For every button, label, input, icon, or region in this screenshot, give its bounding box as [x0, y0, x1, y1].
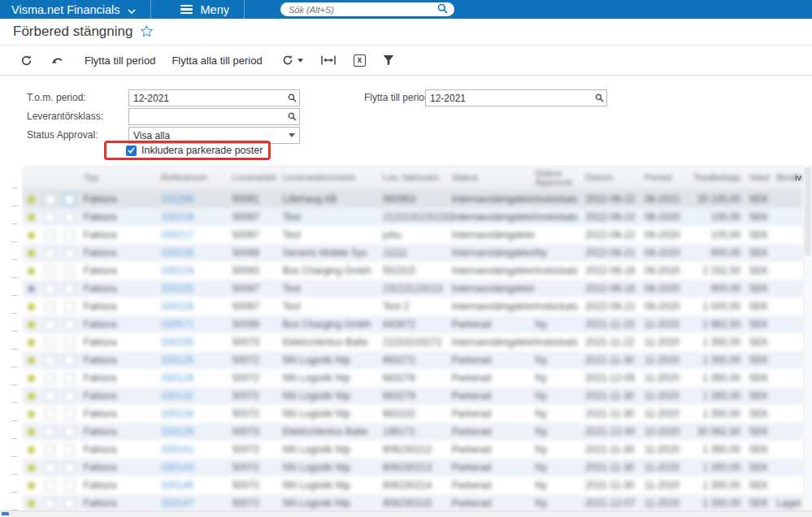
focused-checkbox-cell[interactable]	[63, 193, 76, 206]
reference-link[interactable]: 330235	[161, 337, 193, 348]
fit-width-icon[interactable]	[321, 55, 336, 65]
search-icon[interactable]	[437, 2, 448, 17]
row-checkbox[interactable]	[45, 427, 55, 437]
column-header-appr[interactable]: Status Approval	[535, 169, 585, 187]
filter-icon[interactable]	[383, 54, 394, 66]
row-checkbox[interactable]	[64, 212, 75, 223]
table-row[interactable]: Faktura33013950073ElektroVentus Balte196…	[22, 423, 804, 441]
row-checkbox[interactable]	[45, 480, 55, 491]
column-header-name[interactable]: Leverantörsnamn	[283, 173, 383, 182]
reference-link[interactable]: 331298	[161, 193, 193, 205]
reference-link[interactable]: 330217	[161, 229, 193, 241]
app-switcher[interactable]: Visma.net Financials	[11, 3, 136, 16]
reference-link[interactable]: 330126	[161, 354, 193, 366]
row-checkbox[interactable]	[45, 337, 55, 348]
row-checkbox[interactable]	[64, 230, 75, 241]
horizontal-scrollbar[interactable]	[0, 510, 812, 517]
column-header-fakt[interactable]: Lev. fakturanr	[383, 173, 452, 182]
lookup-icon[interactable]	[592, 93, 606, 102]
reference-link[interactable]: 330134	[161, 408, 193, 419]
search-input[interactable]	[287, 4, 437, 15]
row-checkbox[interactable]	[64, 445, 75, 455]
table-row[interactable]: Faktura33014750072NN Logistik Ntp8062302…	[22, 494, 804, 510]
table-row[interactable]: Faktura33021650067Test2122131231232Inter…	[22, 208, 804, 226]
reference-link[interactable]: 330224	[161, 265, 193, 276]
reference-link[interactable]: 330141	[161, 444, 193, 455]
table-row[interactable]: Faktura33129850061Lillehaug AB560953Inte…	[22, 190, 804, 208]
table-row[interactable]: Faktura33022950067TestTest 2Internavstäm…	[22, 298, 804, 315]
scrollbar-thumb[interactable]	[805, 167, 811, 256]
table-row[interactable]: Faktura33021750067TestjuhuInternavstämgd…	[22, 226, 804, 244]
column-header-belopp[interactable]: Totalbelopp	[691, 173, 741, 182]
undo-icon[interactable]	[51, 55, 65, 66]
favorite-star-icon[interactable]	[140, 24, 154, 41]
reference-link[interactable]: 330147	[161, 497, 193, 509]
column-header-valuta[interactable]: Valuta	[740, 173, 770, 182]
refresh-icon[interactable]	[20, 54, 33, 67]
column-header-typ[interactable]: Typ	[80, 173, 162, 182]
move-to-period-button[interactable]: Flytta till period	[85, 54, 155, 67]
horizontal-scrollbar-thumb[interactable]	[2, 512, 9, 515]
row-checkbox[interactable]	[64, 498, 75, 509]
lookup-icon[interactable]	[284, 93, 299, 102]
table-row[interactable]: Faktura33014550072NN Logistik Ntp8062302…	[22, 476, 804, 494]
row-checkbox[interactable]	[45, 445, 55, 455]
menu-button[interactable]: Meny	[180, 3, 229, 16]
reference-link[interactable]: 330143	[161, 462, 193, 473]
reference-link[interactable]: 330139	[161, 426, 193, 437]
table-row[interactable]: Faktura33012650072NN Logistik Ntp663272P…	[22, 351, 804, 369]
row-checkbox[interactable]	[45, 319, 55, 330]
row-checkbox[interactable]	[64, 391, 75, 402]
column-header-lev[interactable]: Leverantör	[232, 173, 283, 182]
row-checkbox[interactable]	[45, 248, 55, 258]
row-checkbox[interactable]	[45, 194, 55, 205]
row-checkbox[interactable]	[64, 373, 75, 384]
row-checkbox[interactable]	[45, 302, 55, 312]
table-row[interactable]: Faktura33014150072NN Logistik Ntp8062302…	[22, 441, 804, 458]
reference-link[interactable]: 330145	[161, 480, 193, 491]
row-checkbox[interactable]	[45, 212, 55, 223]
vertical-scrollbar[interactable]	[803, 165, 812, 510]
row-checkbox[interactable]	[45, 284, 55, 294]
row-checkbox[interactable]	[45, 266, 55, 276]
reference-link[interactable]: 330216	[161, 211, 193, 223]
table-row[interactable]: Faktura33022550067Test23213123213Interna…	[22, 280, 804, 298]
row-checkbox[interactable]	[45, 409, 55, 419]
table-row[interactable]: Faktura33013450072NN Logistik Ntp663232P…	[22, 405, 804, 423]
table-row[interactable]: Faktura33022450063Box Charging Gmbh55231…	[22, 262, 804, 280]
column-header-status[interactable]: Status	[452, 173, 536, 182]
row-checkbox[interactable]	[45, 463, 55, 473]
row-checkbox[interactable]	[64, 319, 75, 330]
row-checkbox[interactable]	[64, 480, 75, 491]
tom-period-input[interactable]	[129, 92, 284, 105]
row-checkbox[interactable]	[64, 355, 75, 366]
row-checkbox[interactable]	[64, 194, 75, 205]
export-excel-icon[interactable]: x	[354, 54, 366, 67]
row-checkbox[interactable]	[64, 248, 75, 258]
reference-link[interactable]: 330132	[161, 390, 193, 402]
table-row[interactable]: Faktura33013250072NN Logistik Ntp663278P…	[22, 387, 804, 405]
reference-link[interactable]: 330226	[161, 247, 193, 258]
table-row[interactable]: Faktura33012850072NN Logistik Ntp663276P…	[22, 369, 804, 387]
row-checkbox[interactable]	[45, 391, 55, 402]
reference-link[interactable]: 330225	[161, 283, 193, 294]
reference-link[interactable]: 330128	[161, 372, 193, 384]
row-checkbox[interactable]	[64, 302, 75, 312]
flytta-till-period-input[interactable]	[426, 92, 592, 105]
column-header-period[interactable]: Period	[645, 173, 691, 182]
row-checkbox[interactable]	[64, 266, 75, 276]
column-header-datum[interactable]: Datum	[585, 173, 645, 182]
row-checkbox[interactable]	[64, 427, 75, 437]
table-row[interactable]: Faktura33023550073ElektroVentus Balte211…	[22, 333, 804, 351]
table-row[interactable]: Faktura33022650069Generic Mobile Sys1111…	[22, 244, 804, 262]
row-checkbox[interactable]	[45, 373, 55, 384]
row-checkbox[interactable]	[45, 355, 55, 366]
table-row[interactable]: Faktura33057150099Box Charging Gmbh64367…	[22, 315, 804, 333]
reference-link[interactable]: 330571	[161, 319, 193, 330]
refresh-options-button[interactable]	[282, 54, 303, 66]
row-checkbox[interactable]	[45, 498, 55, 509]
row-checkbox[interactable]	[64, 284, 75, 294]
leverantorsklass-input[interactable]	[129, 111, 284, 124]
row-checkbox[interactable]	[64, 337, 75, 348]
row-checkbox[interactable]	[64, 409, 75, 419]
